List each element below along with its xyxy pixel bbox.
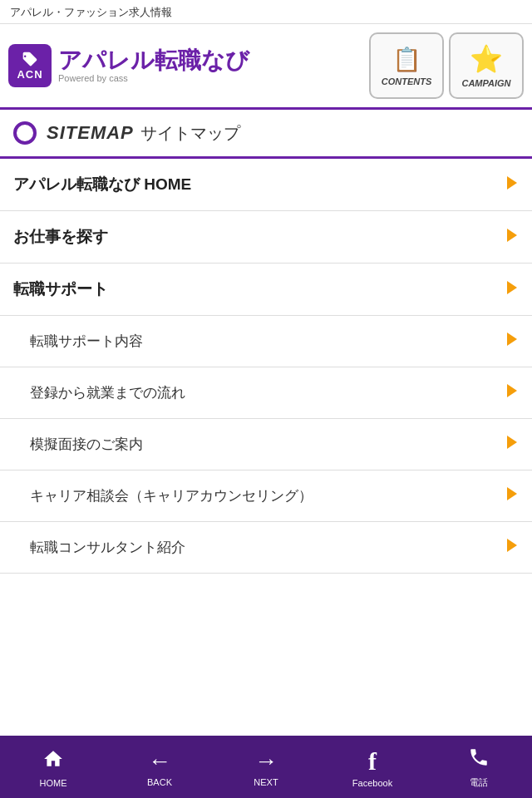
nav-next-label: NEXT — [254, 777, 278, 787]
svg-marker-5 — [507, 436, 517, 449]
next-icon: → — [254, 748, 278, 775]
svg-marker-1 — [507, 229, 517, 242]
menu-item-career-counseling[interactable]: キャリア相談会（キャリアカウンセリング） — [0, 470, 532, 522]
menu-item-mock-interview[interactable]: 模擬面接のご案内 — [0, 419, 532, 470]
menu-label-consultant: 転職コンサルタント紹介 — [13, 538, 185, 557]
campaign-button[interactable]: ⭐ CAMPAIGN — [449, 32, 524, 99]
sitemap-title-ja: サイトマップ — [140, 124, 240, 142]
svg-marker-0 — [507, 176, 517, 190]
svg-marker-3 — [507, 332, 517, 346]
svg-marker-4 — [507, 384, 517, 397]
contents-label: CONTENTS — [382, 76, 432, 86]
nav-facebook-label: Facebook — [352, 778, 392, 788]
top-bar: アパレル・ファッション求人情報 — [0, 0, 532, 24]
arrow-icon-career-counseling — [505, 485, 519, 506]
logo-area: ACN アパレル転職なび Powered by cass — [8, 44, 361, 87]
arrow-icon-home — [505, 175, 519, 195]
menu-item-home[interactable]: アパレル転職なび HOME — [0, 159, 532, 211]
facebook-icon: f — [368, 747, 377, 776]
arrow-icon-job-search — [505, 227, 519, 248]
sitemap-circle-icon — [13, 121, 37, 145]
svg-marker-6 — [507, 487, 517, 500]
arrow-icon-consultant — [505, 537, 519, 558]
arrow-icon-support — [505, 279, 519, 300]
header-buttons: 📋 CONTENTS ⭐ CAMPAIGN — [369, 32, 524, 99]
nav-back-label: BACK — [147, 777, 172, 787]
bottom-nav: HOME ← BACK → NEXT f Facebook 電話 — [0, 736, 532, 798]
nav-home-label: HOME — [40, 778, 67, 788]
home-icon — [42, 748, 64, 776]
arrow-icon-mock-interview — [505, 434, 519, 455]
campaign-label: CAMPAIGN — [461, 78, 510, 88]
sitemap-header: SITEMAP サイトマップ — [0, 107, 532, 159]
phone-icon — [468, 746, 490, 774]
logo-subtitle: Powered by cass — [58, 73, 249, 83]
menu-label-registration-flow: 登録から就業までの流れ — [13, 383, 185, 402]
menu-label-mock-interview: 模擬面接のご案内 — [13, 435, 143, 454]
logo-text-area: アパレル転職なび Powered by cass — [58, 48, 249, 84]
menu-item-support-detail[interactable]: 転職サポート内容 — [0, 316, 532, 367]
menu-label-support: 転職サポート — [13, 278, 108, 300]
menu-item-registration-flow[interactable]: 登録から就業までの流れ — [0, 367, 532, 419]
sitemap-title-en: SITEMAP — [47, 122, 134, 143]
menu-list: アパレル転職なび HOMEお仕事を探す転職サポート転職サポート内容登録から就業ま… — [0, 159, 532, 574]
nav-next[interactable]: → NEXT — [213, 748, 319, 787]
menu-label-job-search: お仕事を探す — [13, 226, 108, 248]
contents-icon: 📋 — [392, 46, 421, 73]
campaign-icon: ⭐ — [470, 43, 503, 75]
back-icon: ← — [148, 748, 171, 775]
svg-marker-2 — [507, 281, 517, 294]
sitemap-title-area: SITEMAP サイトマップ — [47, 122, 240, 145]
top-bar-text: アパレル・ファッション求人情報 — [10, 6, 172, 18]
logo-badge: ACN — [8, 44, 52, 87]
menu-item-consultant[interactable]: 転職コンサルタント紹介 — [0, 522, 532, 574]
badge-text: ACN — [17, 68, 42, 81]
svg-marker-7 — [507, 539, 517, 552]
menu-label-home: アパレル転職なび HOME — [13, 174, 191, 195]
arrow-icon-support-detail — [505, 331, 519, 352]
nav-facebook[interactable]: f Facebook — [319, 747, 426, 788]
nav-phone-label: 電話 — [470, 776, 488, 789]
logo-title: アパレル転職なび — [58, 48, 249, 74]
nav-phone[interactable]: 電話 — [426, 746, 532, 789]
menu-item-job-search[interactable]: お仕事を探す — [0, 211, 532, 264]
menu-label-career-counseling: キャリア相談会（キャリアカウンセリング） — [13, 486, 313, 505]
nav-back[interactable]: ← BACK — [106, 748, 213, 787]
contents-button[interactable]: 📋 CONTENTS — [369, 32, 444, 99]
header: ACN アパレル転職なび Powered by cass 📋 CONTENTS … — [0, 24, 532, 107]
menu-item-support[interactable]: 転職サポート — [0, 264, 532, 316]
arrow-icon-registration-flow — [505, 382, 519, 403]
nav-home[interactable]: HOME — [0, 748, 106, 788]
menu-label-support-detail: 転職サポート内容 — [13, 332, 143, 351]
